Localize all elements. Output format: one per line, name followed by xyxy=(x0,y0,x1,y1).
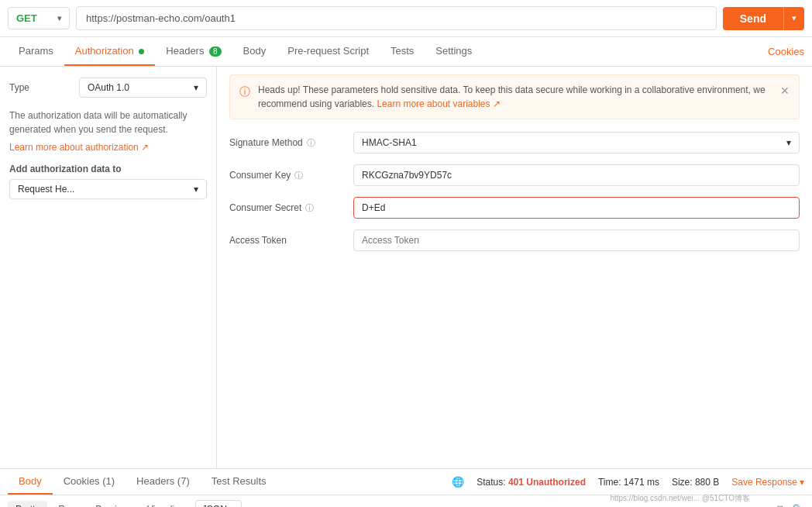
language-value: JSON xyxy=(202,504,227,507)
learn-more-auth-link[interactable]: Learn more about authorization ↗ xyxy=(9,142,149,153)
form-row-signature-method: Signature Method ⓘ HMAC-SHA1 ▾ xyxy=(229,132,800,153)
language-arrow-icon: ▾ xyxy=(230,504,235,507)
time-info: Time: 1471 ms xyxy=(598,477,659,488)
tab-headers[interactable]: Headers 8 xyxy=(155,37,232,66)
type-select-arrow-icon: ▾ xyxy=(194,82,198,93)
tab-pre-request-script[interactable]: Pre-request Script xyxy=(277,37,380,66)
left-panel: Type OAuth 1.0 ▾ The authorization data … xyxy=(0,67,217,468)
form-row-consumer-key: Consumer Key ⓘ xyxy=(229,164,800,186)
type-select[interactable]: OAuth 1.0 ▾ xyxy=(79,78,207,98)
alert-text: Heads up! These parameters hold sensitiv… xyxy=(258,83,772,111)
format-raw-button[interactable]: Raw xyxy=(50,501,84,507)
method-arrow-icon: ▾ xyxy=(57,14,61,22)
access-token-label: Access Token xyxy=(229,235,353,246)
signature-method-select[interactable]: HMAC-SHA1 ▾ xyxy=(353,132,800,153)
consumer-secret-label: Consumer Secret ⓘ xyxy=(229,202,353,214)
save-response-button[interactable]: Save Response ▾ xyxy=(731,477,804,488)
format-preview-button[interactable]: Preview xyxy=(88,501,136,507)
tab-params[interactable]: Params xyxy=(8,37,64,66)
main-layout: Type OAuth 1.0 ▾ The authorization data … xyxy=(0,67,812,468)
signature-method-value: HMAC-SHA1 xyxy=(362,137,417,148)
type-select-value: OAuth 1.0 xyxy=(88,82,129,93)
consumer-secret-info-icon: ⓘ xyxy=(305,202,314,214)
consumer-secret-input[interactable] xyxy=(353,197,800,219)
auth-description: The authorization data will be automatic… xyxy=(9,109,207,136)
language-select[interactable]: JSON ▾ xyxy=(195,500,242,507)
search-icon[interactable]: 🔍 xyxy=(792,504,804,508)
signature-method-label: Signature Method ⓘ xyxy=(229,137,353,149)
globe-icon: 🌐 xyxy=(452,476,464,488)
alert-info-icon: ⓘ xyxy=(239,84,250,100)
consumer-key-input[interactable] xyxy=(353,164,800,186)
status-badge: 401 Unauthorized xyxy=(508,477,586,488)
add-auth-arrow-icon: ▾ xyxy=(194,184,198,195)
right-panel: ⓘ Heads up! These parameters hold sensit… xyxy=(217,67,812,468)
signature-method-info-icon: ⓘ xyxy=(307,137,315,149)
format-pretty-button[interactable]: Pretty xyxy=(8,501,47,507)
learn-more-variables-link[interactable]: Learn more about variables ↗ xyxy=(377,98,500,109)
save-response-arrow-icon: ▾ xyxy=(800,477,804,488)
status-info: 🌐 Status: 401 Unauthorized Time: 1471 ms… xyxy=(452,476,804,488)
response-tabs-row: Body Cookies (1) Headers (7) Test Result… xyxy=(0,469,812,495)
headers-badge: 8 xyxy=(209,47,222,57)
request-tabs: Params Authorization Headers 8 Body Pre-… xyxy=(0,37,812,67)
tab-test-results[interactable]: Test Results xyxy=(201,469,277,495)
type-row: Type OAuth 1.0 ▾ xyxy=(9,78,207,98)
size-info: Size: 880 B xyxy=(672,477,719,488)
add-auth-value: Request He... xyxy=(18,184,74,195)
type-label: Type xyxy=(9,82,79,93)
url-input[interactable] xyxy=(76,6,717,30)
alert-close-button[interactable]: ✕ xyxy=(780,83,790,99)
copy-icon[interactable]: ⧉ xyxy=(777,503,784,507)
send-button-group: Send ▾ xyxy=(723,7,804,30)
cookies-button[interactable]: Cookies xyxy=(768,46,804,57)
add-auth-label: Add authorization data to xyxy=(9,164,207,174)
send-dropdown-button[interactable]: ▾ xyxy=(783,7,804,30)
access-token-input[interactable] xyxy=(353,229,800,251)
tab-body[interactable]: Body xyxy=(232,37,277,66)
tab-settings[interactable]: Settings xyxy=(425,37,483,66)
send-button[interactable]: Send xyxy=(723,7,783,30)
consumer-key-label: Consumer Key ⓘ xyxy=(229,170,353,181)
authorization-dot xyxy=(139,49,144,54)
format-lines-icon[interactable]: ≡ xyxy=(245,502,260,507)
method-label: GET xyxy=(16,12,37,24)
watermark: https://blog.csdn.net/wei... @51CTO博客 xyxy=(610,493,750,504)
alert-banner: ⓘ Heads up! These parameters hold sensit… xyxy=(229,74,800,119)
method-select[interactable]: GET ▾ xyxy=(8,7,70,29)
form-row-consumer-secret: Consumer Secret ⓘ xyxy=(229,197,800,219)
url-bar: GET ▾ Send ▾ xyxy=(0,0,812,37)
form-row-access-token: Access Token xyxy=(229,229,800,251)
signature-method-arrow-icon: ▾ xyxy=(786,137,791,148)
consumer-key-info-icon: ⓘ xyxy=(294,170,303,181)
format-visualize-button[interactable]: Visualize xyxy=(139,501,192,507)
tab-cookies-response[interactable]: Cookies (1) xyxy=(53,469,126,495)
tab-body-response[interactable]: Body xyxy=(8,469,53,495)
add-auth-select[interactable]: Request He... ▾ xyxy=(9,179,207,199)
tab-authorization[interactable]: Authorization xyxy=(64,37,156,66)
tab-tests[interactable]: Tests xyxy=(380,37,425,66)
tab-headers-response[interactable]: Headers (7) xyxy=(126,469,201,495)
